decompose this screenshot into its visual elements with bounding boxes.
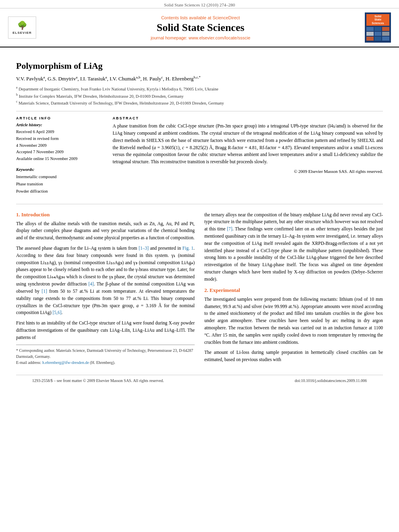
sss-logo-text: SolidStateSciences [366,14,389,26]
section2-title-text: Experimental [210,287,240,293]
affiliation-a: a Department of Inorganic Chemistry, Iva… [16,85,383,92]
email-label: E-mail address: [16,360,42,365]
elsevier-label: ELSEVIER [12,31,32,35]
sss-logo: SolidStateSciences [365,12,391,43]
section1-title-text: Introduction [21,212,50,218]
keywords-label: Keywords: [16,167,105,172]
issn-text: 1293-2558/$ – see front matter © 2009 El… [32,378,164,383]
intro-para-3: First hints to an instability of the CsC… [16,320,195,341]
elsevier-tree-icon: 🌳 [17,21,27,30]
section1-title: 1. Introduction [16,212,195,218]
received-date: Received 6 April 2009 [16,129,105,136]
footnote-text: * Corresponding author. Materials Scienc… [16,347,195,366]
accepted-date: Accepted 7 November 2009 [16,149,105,156]
journal-citation: Solid State Sciences 12 (2010) 274–280 [0,0,399,8]
sss-grid-cell-3 [382,27,389,31]
keyword-2: Phase transition [16,181,105,188]
sss-grid-cell-4 [366,32,374,36]
experimental-para-2: The amount of Li-loss during sample prep… [204,349,383,364]
homepage-prefix: journal homepage: [151,35,189,40]
ref-1b[interactable]: [1] [42,289,47,294]
article-info-header: ARTICLE INFO [16,116,105,120]
abstract-header: ABSTRACT [113,116,383,120]
sss-grid-cell-9 [382,37,389,41]
two-col-body: 1. Introduction The alloys of the alkali… [16,212,383,367]
sciencedirect-link: Contents lists available at ScienceDirec… [36,15,365,20]
sss-grid-cell-5 [374,32,382,36]
sss-grid-cell-7 [366,37,374,41]
elsevier-logo-box: 🌳 ELSEVIER [8,16,36,39]
authors: V.V. Pavlyuka, G.S. Dmytriva, I.I. Taras… [16,75,383,82]
divider-1 [16,111,383,111]
affiliation-c: c Materials Science, Darmstadt Universit… [16,99,383,106]
article-history-section: Article history: Received 6 April 2009 R… [16,123,105,162]
article-info-col: ARTICLE INFO Article history: Received 6… [16,116,105,200]
citation-text: Solid State Sciences 12 (2010) 274–280 [164,2,235,7]
copyright-text: © 2009 Elsevier Masson SAS. All rights r… [113,168,383,175]
available-date: Available online 15 November 2009 [16,156,105,162]
paper-title: Polymorphism of LiAg [16,61,383,71]
main-content: Polymorphism of LiAg V.V. Pavlyuka, G.S.… [0,47,399,394]
keyword-3: Powder diffraction [16,188,105,195]
body-content: 1. Introduction The alloys of the alkali… [16,212,383,367]
affiliation-b: b Institute for Complex Materials, IFW D… [16,92,383,99]
affiliations: a Department of Inorganic Chemistry, Iva… [16,85,383,106]
homepage-url[interactable]: www.elsevier.com/locate/ssscie [189,35,250,40]
divider-2 [16,204,383,204]
ref-4[interactable]: [4] [88,281,94,286]
bottom-bar: 1293-2558/$ – see front matter © 2009 El… [16,375,383,386]
section1-number: 1. [16,212,20,218]
journal-header: 🌳 ELSEVIER Contents lists available at S… [0,8,399,47]
section2-title: 2. Experimental [204,287,383,294]
journal-header-center: Contents lists available at ScienceDirec… [36,15,365,40]
sss-logo-grid [366,27,389,41]
keyword-1: Intermetallic compound [16,173,105,181]
right-para-1: the ternary alloys near the composition … [204,212,383,283]
sss-grid-cell-1 [366,27,374,31]
section2-number: 2. [204,287,208,293]
keywords-section: Keywords: Intermetallic compound Phase t… [16,167,105,195]
body-col-left: 1. Introduction The alloys of the alkali… [16,212,195,367]
elsevier-logo: 🌳 ELSEVIER [8,16,36,39]
body-col-right: the ternary alloys near the composition … [204,212,383,367]
journal-logo-right: SolidStateSciences [365,12,391,43]
doi-text: doi:10.1016/j.solidstatesciences.2009.11… [295,378,367,383]
sciencedirect-name[interactable]: ScienceDirect [212,15,240,20]
journal-homepage: journal homepage: www.elsevier.com/locat… [36,35,365,40]
abstract-text: A phase transition from the cubic CsCl-t… [113,123,383,175]
ref-7[interactable]: [7] [227,226,232,231]
sss-grid-cell-6 [382,32,389,36]
email-suffix: (H. Ehrenberg). [89,360,115,365]
footnote-section: * Corresponding author. Materials Scienc… [16,345,195,366]
abstract-col: ABSTRACT A phase transition from the cub… [113,116,383,200]
intro-para-2: The assessed phase diagram for the Li–Ag… [16,245,195,316]
sss-grid-cell-8 [374,37,382,41]
article-info-abstract-row: ARTICLE INFO Article history: Received 6… [16,116,383,200]
journal-title: Solid State Sciences [36,22,365,34]
email-link[interactable]: h.ehrenberg@ifw-dresden.de [42,360,89,365]
experimental-para-1: The investigated samples were prepared f… [204,296,383,346]
ref-fig1[interactable]: Fig. 1 [183,246,194,251]
ref-1-3[interactable]: [1–3] [139,246,149,251]
sciencedirect-prefix: Contents lists available at [161,15,213,20]
ref-5-6[interactable]: [5,6] [53,310,62,315]
sss-grid-cell-2 [374,27,382,31]
intro-para-1: The alloys of the alkaline metals with t… [16,220,195,242]
revised-date: Received in revised form4 November 2009 [16,136,105,149]
article-history-label: Article history: [16,123,105,127]
page-wrapper: Solid State Sciences 12 (2010) 274–280 🌳… [0,0,399,532]
